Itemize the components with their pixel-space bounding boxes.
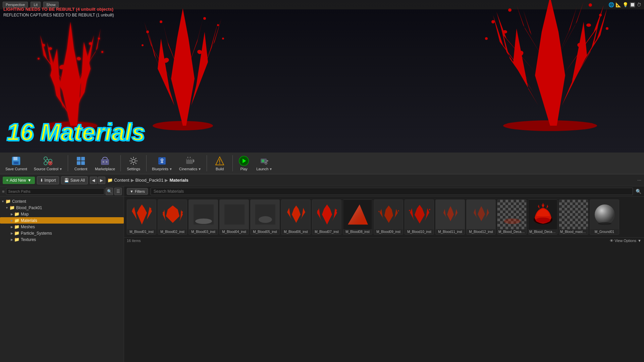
list-view-button[interactable]: ☰ [114,188,122,195]
svg-marker-37 [535,0,565,126]
build-button[interactable]: Build [210,154,230,173]
content-area: ≡ 🔍 ☰ ▼ 📁 Content ▼ 📁 Blood_Pack01 ▶ 📁 M… [0,186,644,362]
svg-point-78 [103,161,104,163]
launch-button[interactable]: Launch ▼ [254,154,275,173]
svg-marker-25 [193,18,221,82]
svg-marker-160 [541,203,545,208]
asset-m-blood09[interactable]: M_Blood09_inst [374,199,403,235]
eye-icon: 👁 [610,239,613,243]
tree-item-particle-systems[interactable]: ▶ 📁 Particle_Systems [0,230,124,236]
filters-bar: ▼ Filters 🔍 [124,186,644,197]
asset-m-blood06[interactable]: M_Blood06_inst [281,199,311,235]
blueprints-button[interactable]: Blueprints ▼ [149,154,175,173]
save-current-button[interactable]: Save Current [3,154,30,173]
source-control-button[interactable]: Source Control ▼ [31,154,65,173]
svg-marker-161 [536,204,540,209]
svg-marker-135 [317,208,322,221]
asset-m-blood08[interactable]: M_Blood08_inst [343,199,372,235]
nav-back-button[interactable]: ◀ [90,177,97,184]
svg-point-130 [259,216,272,223]
svg-point-17 [101,51,103,53]
svg-rect-61 [13,157,17,160]
svg-marker-19 [171,8,195,126]
asset-m-blood-decal01[interactable]: M_Blood_Decal01 [497,199,527,235]
asset-thumb-decal01b [528,200,557,229]
tree-item-meshes[interactable]: ▶ 📁 Meshes [0,224,124,230]
marketplace-button[interactable]: Marketplace [92,154,118,173]
viewport-icon-4[interactable]: 🔲 [630,2,635,7]
svg-point-49 [586,23,591,27]
asset-m-blood07[interactable]: M_Blood07_inst [312,199,341,235]
svg-point-30 [142,44,144,46]
tree-item-bloodpack[interactable]: ▼ 📁 Blood_Pack01 [0,204,124,211]
tree-arrow-bloodpack: ▼ [5,206,8,209]
svg-point-138 [335,209,337,211]
breadcrumb-materials[interactable]: Materials [169,178,188,183]
asset-thumb-blood03 [189,200,218,229]
content-icon [75,156,86,166]
play-button[interactable]: Play [235,154,252,173]
viewport-icon-2[interactable]: 📐 [615,2,621,7]
asset-m-blood12[interactable]: M_Blood12_inst [466,199,496,235]
cinematics-button[interactable]: Cinematics ▼ [176,154,204,173]
asset-m-blood01[interactable]: M_Blood01_inst [127,199,156,235]
tree-arrow-map: ▶ [11,213,13,216]
asset-thumb-blood10 [405,200,434,229]
breadcrumb-content[interactable]: Content [114,178,129,183]
tree-item-map[interactable]: ▶ 📁 Map [0,211,124,217]
svg-marker-152 [443,209,447,219]
svg-marker-134 [322,204,332,225]
search-materials-button[interactable]: 🔍 [636,189,641,194]
breadcrumb-blood-pack[interactable]: Blood_Pack01 [136,178,164,183]
asset-m-blood11[interactable]: M_Blood11_inst [435,199,465,235]
separator-3 [146,155,147,171]
view-options-button[interactable]: 👁 View Options ▼ [610,239,642,243]
asset-m-blood03[interactable]: M_Blood03_inst [189,199,218,235]
search-paths-input[interactable] [6,188,104,195]
svg-rect-128 [224,204,245,225]
nav-forward-button[interactable]: ▶ [98,177,105,184]
save-all-button[interactable]: 💾 Save All [61,176,88,184]
tree-label-particle: Particle_Systems [21,231,52,236]
settings-icon [128,156,139,166]
svg-point-33 [203,17,206,20]
asset-m-blood05[interactable]: M_Blood05_inst [250,199,280,235]
blueprints-arrow: ▼ [169,167,172,171]
marketplace-label: Marketplace [95,167,115,171]
breadcrumb-expand[interactable]: ⋯ [637,178,641,183]
asset-m-ground01[interactable]: M_Ground01 [590,199,619,235]
asset-m-blood-master01[interactable]: M_Blood_master01 [559,199,588,235]
settings-button[interactable]: Settings [123,154,144,173]
svg-point-109 [219,163,220,164]
tree-item-materials[interactable]: ▶ 📁 Materials [0,217,124,224]
sidebar: ≡ 🔍 ☰ ▼ 📁 Content ▼ 📁 Blood_Pack01 ▶ 📁 M… [0,186,124,362]
tree-label-materials: Materials [21,218,37,223]
asset-m-blood-decal01b[interactable]: M_Blood_Decal01_- [528,199,557,235]
asset-label-blood10: M_Blood10_inst [405,229,434,234]
asset-m-blood10[interactable]: M_Blood10_inst [405,199,434,235]
viewport-icon-1[interactable]: 🌐 [608,2,614,7]
asset-thumb-blood08 [343,200,372,229]
search-paths-button[interactable]: 🔍 [106,188,113,195]
add-new-button[interactable]: + Add New ▼ [3,177,35,184]
tree-item-content[interactable]: ▼ 📁 Content [0,198,124,204]
content-button[interactable]: Content [71,154,91,173]
add-new-icon: + [6,178,8,183]
folder-icon-content: 📁 [5,199,11,204]
viewport-icon-3[interactable]: 💡 [623,2,628,7]
breadcrumb: 📁 Content ▶ Blood_Pack01 ▶ Materials [107,178,189,183]
viewport-icon-5[interactable]: ⏱ [637,2,641,7]
asset-m-blood02[interactable]: M_Blood02_inst [158,199,187,235]
import-button[interactable]: ⬇ Import [37,176,59,184]
tree-item-textures[interactable]: ▶ 📁 Textures [0,236,124,243]
asset-thumb-blood09 [374,200,403,229]
svg-point-29 [217,24,219,26]
svg-point-50 [491,20,495,23]
svg-marker-131 [292,205,301,223]
filters-button[interactable]: ▼ Filters [127,188,148,195]
asset-thumb-decal01 [497,200,527,229]
search-materials-input[interactable] [151,188,633,195]
svg-marker-162 [546,204,550,209]
svg-marker-132 [287,208,292,220]
asset-m-blood04[interactable]: M_Blood04_inst [219,199,249,235]
